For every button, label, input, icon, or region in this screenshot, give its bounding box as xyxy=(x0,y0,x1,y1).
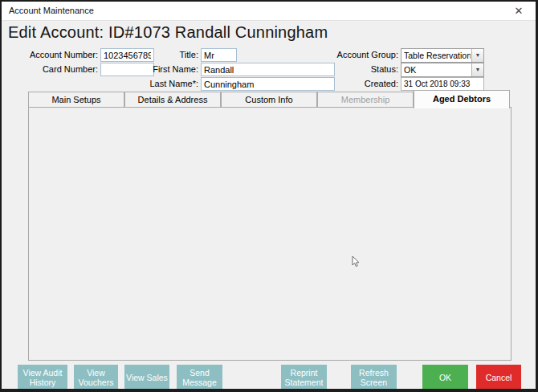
chevron-down-icon[interactable]: ▼ xyxy=(471,49,483,62)
ok-button[interactable]: OK xyxy=(422,365,468,390)
tab-details-address[interactable]: Details & Address xyxy=(124,92,221,108)
first-name-field[interactable] xyxy=(201,63,335,76)
card-number-label: Card Number: xyxy=(18,63,98,76)
page-title: Edit Account: ID#1073 Randall Cunningham xyxy=(8,23,328,42)
last-name-label: Last Name*: xyxy=(118,77,198,91)
tab-main-setups[interactable]: Main Setups xyxy=(28,92,124,108)
created-label: Created: xyxy=(318,77,398,91)
status-label: Status: xyxy=(318,63,398,76)
aged-debtors-panel xyxy=(28,107,512,361)
account-group-dropdown[interactable]: Table Reservations ▼ xyxy=(401,48,484,63)
mouse-cursor-icon xyxy=(352,255,361,267)
status-value: OK xyxy=(404,65,471,75)
account-group-label: Account Group: xyxy=(318,48,398,62)
title-field[interactable] xyxy=(201,48,237,62)
account-group-value: Table Reservations xyxy=(404,51,471,60)
status-dropdown[interactable]: OK ▼ xyxy=(401,63,484,77)
view-audit-history-button[interactable]: View Audit History xyxy=(18,365,67,390)
send-message-button[interactable]: Send Message xyxy=(177,365,222,390)
view-vouchers-button[interactable]: View Vouchers xyxy=(74,365,118,390)
chevron-down-icon[interactable]: ▼ xyxy=(471,63,483,76)
reprint-statement-button[interactable]: Reprint Statement xyxy=(281,365,327,390)
close-icon[interactable]: ✕ xyxy=(512,4,526,18)
last-name-field[interactable] xyxy=(201,77,335,91)
first-name-label: First Name: xyxy=(118,63,198,76)
cancel-button[interactable]: Cancel xyxy=(476,365,521,390)
tab-membership[interactable]: Membership xyxy=(317,92,414,108)
refresh-screen-button[interactable]: Refresh Screen xyxy=(351,365,397,390)
created-value: 31 Oct 2018 09:33 AM xyxy=(401,77,484,91)
account-number-label: Account Number: xyxy=(18,48,98,62)
account-maintenance-window: Account Maintenance ✕ Edit Account: ID#1… xyxy=(0,0,538,392)
title-label: Title: xyxy=(118,48,198,62)
window-title: Account Maintenance xyxy=(9,6,94,15)
tab-custom-info[interactable]: Custom Info xyxy=(221,92,317,108)
tab-aged-debtors[interactable]: Aged Debtors xyxy=(414,90,510,108)
view-sales-button[interactable]: View Sales xyxy=(124,365,169,390)
title-bar: Account Maintenance ✕ xyxy=(2,2,536,21)
